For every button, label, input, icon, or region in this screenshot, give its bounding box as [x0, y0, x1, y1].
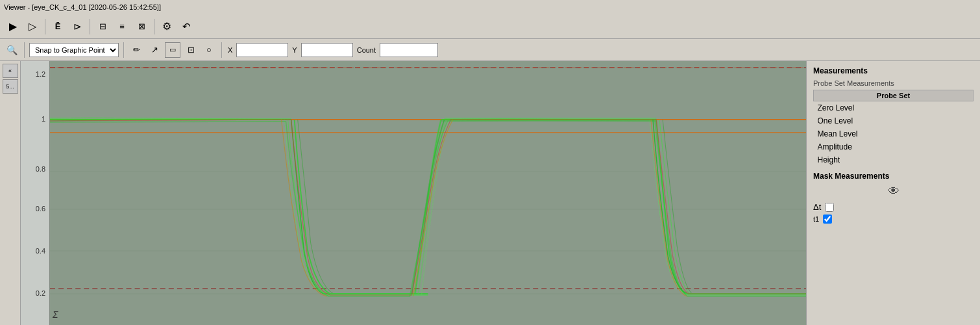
right-panel: Measurements Probe Set Measurements Prob… [806, 61, 980, 325]
probe-set-item-1[interactable]: One Level [814, 114, 974, 127]
waveform-button[interactable]: ⊳ [68, 18, 86, 36]
separator3 [154, 19, 154, 34]
t1-checkbox[interactable] [823, 214, 832, 224]
count-input[interactable] [380, 43, 438, 57]
measurements-title: Measurements [813, 66, 974, 75]
y-label-0.8: 0.8 [36, 165, 45, 173]
probe-set-item-3[interactable]: Amplitude [814, 140, 974, 153]
t1-label: t1 [813, 215, 819, 223]
mask-row-t1: t1 [813, 213, 974, 225]
waveform-green [50, 68, 806, 296]
mask-measurements-title: Mask Measurements [813, 172, 974, 181]
draw-arrow-button[interactable]: ↗ [147, 42, 162, 58]
sep6 [221, 42, 222, 58]
draw-cross-button[interactable]: ⊡ [183, 42, 199, 58]
draw-pencil-button[interactable]: ✏ [129, 42, 144, 58]
y-label-0.4: 0.4 [36, 247, 45, 255]
probe-set-header: Probe Set [814, 90, 974, 101]
settings-button[interactable]: ⚙ [158, 18, 176, 36]
chart-svg [50, 61, 806, 325]
draw-rect-button[interactable]: ▭ [165, 42, 180, 58]
play-button[interactable]: ▶ [4, 18, 22, 36]
count-label: Count [357, 46, 376, 54]
probe-set-item-4[interactable]: Height [814, 153, 974, 166]
undo-button[interactable]: ↶ [177, 18, 195, 36]
x-input[interactable] [236, 43, 288, 57]
left-panel: « 5... [0, 61, 21, 325]
probe-set-item-2[interactable]: Mean Level [814, 127, 974, 140]
separator2 [90, 19, 90, 34]
eye-icon-container: 👁 [813, 185, 974, 198]
delta-t-checkbox[interactable] [825, 203, 834, 212]
y-label-1.2: 1.2 [36, 70, 45, 78]
draw-ellipse-button[interactable]: ○ [201, 42, 217, 58]
chart-wrapper: 1.2 1 0.8 0.6 0.4 0.2 [21, 61, 806, 325]
title-bar: Viewer - [eye_CK_c_4_01 [2020-05-26 15:4… [0, 0, 980, 14]
x-label: X [228, 46, 232, 54]
sigma-label: Σ [53, 309, 58, 320]
separator1 [45, 19, 45, 34]
sep5 [123, 42, 124, 58]
collapse-panel-button[interactable]: « [3, 64, 18, 78]
y-label-0.6: 0.6 [36, 205, 45, 213]
chart-canvas[interactable]: Σ [50, 61, 806, 325]
title-text: Viewer - [eye_CK_c_4_01 [2020-05-26 15:4… [4, 3, 161, 11]
sep4 [24, 42, 25, 58]
y-label: Y [292, 46, 297, 54]
y-axis: 1.2 1 0.8 0.6 0.4 0.2 [21, 61, 50, 325]
y-input[interactable] [301, 43, 353, 57]
probe-set-measurements-title: Probe Set Measurements [813, 79, 974, 87]
toolbar1: ▶ ▷ Ē ⊳ ⊟ ≡ ⊠ ⚙ ↶ [0, 14, 980, 39]
snap-left-button[interactable]: ⊟ [93, 18, 112, 36]
collapse-button[interactable]: ⊠ [132, 18, 151, 36]
probe-set-table: Probe Set Zero LevelOne LevelMean LevelA… [813, 90, 974, 166]
mask-measurements-section: Mask Measurements 👁 Δt t1 [813, 172, 974, 225]
probe-set-item-0[interactable]: Zero Level [814, 101, 974, 115]
zoom-out-button[interactable]: 🔍 [4, 42, 19, 58]
main-area: « 5... 1.2 1 0.8 0.6 0.4 0.2 [0, 61, 980, 325]
signal-button[interactable]: Ē [49, 18, 67, 36]
channel-label[interactable]: 5... [3, 79, 18, 94]
y-label-0.2: 0.2 [36, 289, 45, 297]
step-forward-button[interactable]: ▷ [23, 18, 42, 36]
y-label-1: 1 [42, 115, 45, 123]
delta-t-label: Δt [813, 202, 821, 212]
eye-icon: 👁 [888, 185, 900, 198]
snap-select[interactable]: Snap to Graphic Point Snap to Grid Free [29, 43, 119, 57]
toolbar2: 🔍 Snap to Graphic Point Snap to Grid Fre… [0, 39, 980, 61]
expand-button[interactable]: ≡ [113, 18, 131, 36]
mask-row-delta-t: Δt [813, 201, 974, 213]
